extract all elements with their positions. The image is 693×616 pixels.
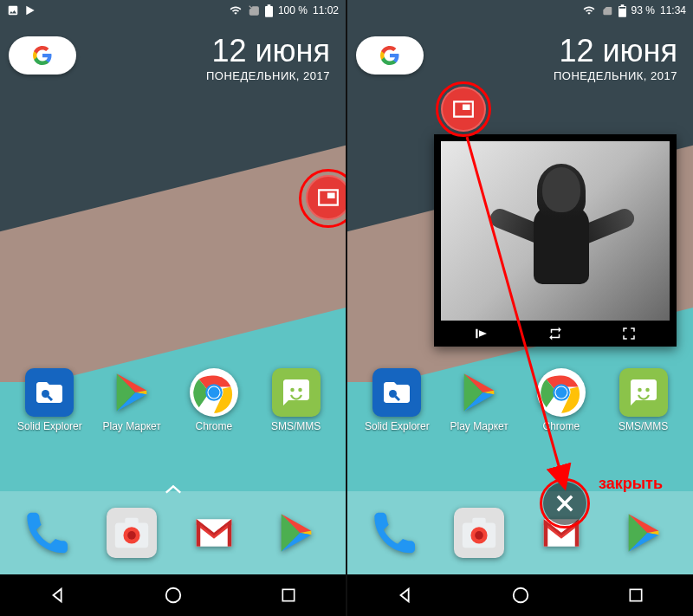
no-sim-icon [601, 4, 613, 16]
date-widget[interactable]: 12 июня ПОНЕДЕЛЬНИК, 2017 [554, 33, 677, 82]
google-search-widget[interactable] [9, 36, 76, 75]
nav-back[interactable] [32, 578, 84, 613]
app-label: SMS/MMS [271, 420, 321, 432]
svg-rect-23 [472, 518, 485, 525]
status-bar: 100 % 11:02 [0, 0, 346, 21]
dock-camera[interactable] [454, 508, 504, 558]
pip-window[interactable] [434, 134, 677, 347]
app-solid-explorer[interactable]: Solid Explorer [362, 368, 431, 432]
phone-right: 93 % 11:34 12 июня ПОНЕДЕЛЬНИК, 2017 зак… [347, 0, 693, 616]
pip-video-thumbnail [441, 141, 670, 321]
date-main: 12 июня [206, 33, 330, 69]
google-logo-icon [32, 45, 53, 66]
wifi-icon [229, 4, 243, 16]
pip-icon [452, 98, 475, 120]
app-solid-explorer[interactable]: Solid Explorer [15, 368, 84, 432]
app-label: Chrome [543, 420, 580, 432]
app-chrome[interactable]: Chrome [527, 368, 596, 432]
google-logo-icon [379, 45, 400, 66]
nav-home[interactable] [495, 578, 547, 613]
close-icon [553, 491, 577, 515]
app-label: Play Маркет [102, 420, 160, 432]
phone-left: 100 % 11:02 12 июня ПОНЕДЕЛЬНИК, 2017 So… [0, 0, 346, 616]
annotation-label: закрыть [599, 475, 663, 493]
app-label: Solid Explorer [365, 420, 430, 432]
dock-phone[interactable] [24, 508, 74, 558]
svg-point-6 [298, 388, 302, 392]
svg-point-21 [645, 388, 650, 392]
dock-play[interactable] [271, 508, 321, 558]
close-target[interactable] [543, 482, 586, 525]
svg-rect-13 [619, 7, 625, 9]
date-sub: ПОНЕДЕЛЬНИК, 2017 [554, 69, 677, 82]
app-play-market[interactable]: Play Маркет [97, 368, 166, 432]
svg-point-25 [475, 531, 483, 540]
pip-icon [317, 186, 340, 209]
date-sub: ПОНЕДЕЛЬНИК, 2017 [206, 69, 330, 82]
date-widget[interactable]: 12 июня ПОНЕДЕЛЬНИК, 2017 [206, 33, 330, 82]
time-text: 11:34 [660, 4, 686, 16]
nav-home[interactable] [147, 578, 199, 613]
dock-phone[interactable] [372, 508, 422, 558]
app-label: SMS/MMS [619, 420, 668, 432]
pip-bubble[interactable] [306, 175, 346, 220]
dock [0, 491, 346, 574]
date-main: 12 июня [554, 33, 677, 69]
dock-camera[interactable] [107, 508, 157, 558]
battery-text: 100 % [278, 4, 308, 16]
svg-point-19 [555, 387, 567, 399]
battery-icon [619, 4, 626, 17]
no-sim-icon [248, 4, 260, 16]
pip-controls [434, 321, 677, 347]
pip-play-button[interactable] [470, 322, 493, 345]
dock-play[interactable] [619, 508, 669, 558]
svg-point-11 [165, 588, 180, 603]
app-label: Play Маркет [450, 420, 508, 432]
status-bar: 93 % 11:34 [347, 0, 693, 21]
battery-icon [265, 4, 273, 17]
app-chrome[interactable]: Chrome [179, 368, 249, 432]
battery-text: 93 % [631, 4, 655, 16]
nav-back[interactable] [379, 578, 431, 613]
svg-point-4 [208, 387, 219, 399]
svg-point-26 [513, 588, 528, 603]
svg-rect-27 [630, 589, 641, 600]
svg-point-10 [127, 531, 136, 540]
app-row: Solid Explorer Play Маркет Chrome SMS/MM… [347, 368, 693, 432]
pip-bubble[interactable] [441, 87, 486, 132]
nav-bar [0, 574, 346, 616]
google-search-widget[interactable] [356, 36, 424, 75]
time-text: 11:02 [313, 4, 339, 16]
image-icon [7, 4, 19, 16]
app-sms[interactable]: SMS/MMS [609, 368, 678, 432]
play-notification-icon [24, 4, 36, 16]
app-sms[interactable]: SMS/MMS [262, 368, 331, 432]
nav-recent[interactable] [262, 578, 314, 613]
pip-fullscreen-button[interactable] [618, 322, 640, 345]
app-label: Chrome [196, 420, 233, 432]
app-row: Solid Explorer Play Маркет Chrome SMS/MM… [0, 368, 346, 432]
svg-rect-12 [282, 589, 294, 600]
dock-gmail[interactable] [189, 508, 239, 558]
wifi-icon [582, 4, 596, 16]
app-label: Solid Explorer [17, 420, 82, 432]
nav-bar [347, 574, 693, 616]
app-play-market[interactable]: Play Маркет [444, 368, 514, 432]
pip-repeat-button[interactable] [544, 322, 567, 345]
dock [347, 491, 693, 574]
nav-recent[interactable] [610, 578, 662, 613]
svg-point-20 [638, 388, 642, 392]
svg-rect-8 [125, 518, 138, 525]
svg-point-5 [290, 388, 295, 392]
